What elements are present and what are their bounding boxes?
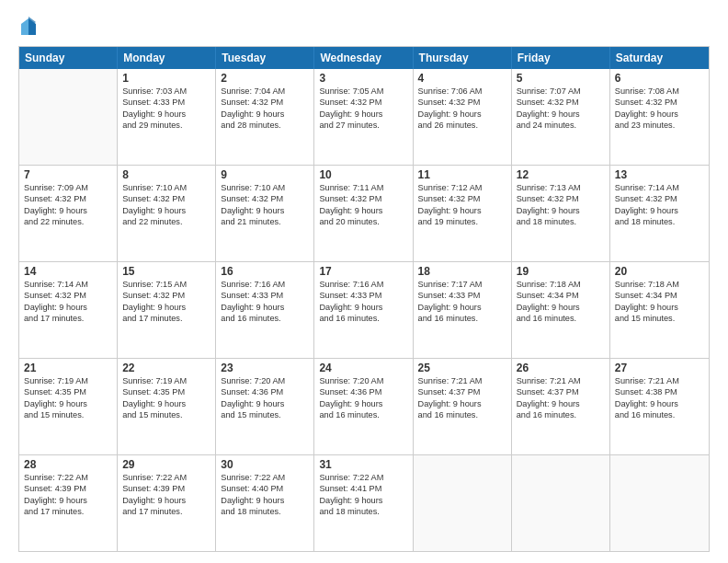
header-day-wednesday: Wednesday: [314, 47, 413, 69]
day-number: 23: [221, 362, 309, 374]
calendar-cell: 25Sunrise: 7:21 AMSunset: 4:37 PMDayligh…: [414, 359, 512, 454]
cell-info-line: Sunset: 4:32 PM: [24, 193, 112, 204]
cell-info-line: Sunrise: 7:14 AM: [24, 279, 112, 290]
calendar-cell: 27Sunrise: 7:21 AMSunset: 4:38 PMDayligh…: [610, 359, 709, 454]
cell-info-line: and 18 minutes.: [221, 506, 309, 517]
cell-info-line: Sunrise: 7:22 AM: [319, 472, 407, 483]
cell-info-line: and 28 minutes.: [221, 120, 309, 131]
cell-info-line: and 16 minutes.: [221, 313, 309, 324]
calendar-cell: 21Sunrise: 7:19 AMSunset: 4:35 PMDayligh…: [19, 359, 118, 454]
header-day-thursday: Thursday: [414, 47, 512, 69]
cell-info-line: and 18 minutes.: [319, 506, 407, 517]
cell-info-line: Sunrise: 7:21 AM: [517, 375, 605, 386]
header-day-friday: Friday: [512, 47, 610, 69]
cell-info-line: Sunrise: 7:20 AM: [221, 375, 309, 386]
header-day-monday: Monday: [118, 47, 216, 69]
calendar-cell: [512, 455, 610, 551]
day-number: 11: [418, 168, 506, 181]
calendar-cell: 19Sunrise: 7:18 AMSunset: 4:34 PMDayligh…: [512, 262, 610, 358]
calendar-cell: [414, 455, 512, 551]
cell-info-line: Daylight: 9 hours: [319, 398, 407, 409]
cell-info-line: and 22 minutes.: [24, 216, 112, 227]
calendar-cell: 1Sunrise: 7:03 AMSunset: 4:33 PMDaylight…: [118, 69, 216, 165]
calendar-cell: 16Sunrise: 7:16 AMSunset: 4:33 PMDayligh…: [216, 262, 314, 358]
cell-info-line: Sunset: 4:32 PM: [221, 193, 309, 204]
cell-info-line: Sunrise: 7:21 AM: [615, 375, 704, 386]
cell-info-line: Daylight: 9 hours: [418, 302, 506, 313]
header-day-sunday: Sunday: [19, 47, 118, 69]
cell-info-line: Sunrise: 7:08 AM: [615, 86, 704, 97]
calendar-cell: 20Sunrise: 7:18 AMSunset: 4:34 PMDayligh…: [610, 262, 709, 358]
cell-info-line: Sunset: 4:37 PM: [418, 386, 506, 397]
calendar-cell: [610, 455, 709, 551]
calendar-header: SundayMondayTuesdayWednesdayThursdayFrid…: [19, 47, 709, 69]
header-day-tuesday: Tuesday: [216, 47, 314, 69]
calendar-cell: 17Sunrise: 7:16 AMSunset: 4:33 PMDayligh…: [314, 262, 413, 358]
calendar-cell: 3Sunrise: 7:05 AMSunset: 4:32 PMDaylight…: [314, 69, 413, 165]
day-number: 27: [615, 362, 704, 374]
calendar-body: 1Sunrise: 7:03 AMSunset: 4:33 PMDaylight…: [19, 69, 709, 551]
cell-info-line: Sunset: 4:34 PM: [615, 290, 704, 301]
calendar-cell: 13Sunrise: 7:14 AMSunset: 4:32 PMDayligh…: [610, 166, 709, 261]
cell-info-line: and 17 minutes.: [122, 506, 210, 517]
day-number: 5: [517, 72, 605, 85]
day-number: 24: [319, 362, 407, 374]
cell-info-line: and 16 minutes.: [418, 313, 506, 324]
cell-info-line: and 16 minutes.: [517, 409, 605, 420]
cell-info-line: and 16 minutes.: [615, 409, 704, 420]
day-number: 16: [221, 265, 309, 278]
cell-info-line: Sunset: 4:33 PM: [319, 290, 407, 301]
cell-info-line: Sunset: 4:32 PM: [122, 193, 210, 204]
cell-info-line: Daylight: 9 hours: [615, 205, 704, 216]
cell-info-line: Sunrise: 7:20 AM: [319, 375, 407, 386]
cell-info-line: Daylight: 9 hours: [24, 398, 112, 409]
calendar-cell: 23Sunrise: 7:20 AMSunset: 4:36 PMDayligh…: [216, 359, 314, 454]
cell-info-line: Sunset: 4:41 PM: [319, 483, 407, 494]
cell-info-line: and 22 minutes.: [122, 216, 210, 227]
day-number: 29: [122, 458, 210, 471]
cell-info-line: Daylight: 9 hours: [319, 302, 407, 313]
cell-info-line: Daylight: 9 hours: [24, 205, 112, 216]
calendar-cell: 9Sunrise: 7:10 AMSunset: 4:32 PMDaylight…: [216, 166, 314, 261]
cell-info-line: Sunrise: 7:03 AM: [122, 86, 210, 97]
cell-info-line: and 27 minutes.: [319, 120, 407, 131]
header: [18, 17, 710, 37]
day-number: 15: [122, 265, 210, 278]
header-day-saturday: Saturday: [610, 47, 709, 69]
cell-info-line: Daylight: 9 hours: [418, 109, 506, 120]
cell-info-line: Sunset: 4:33 PM: [122, 97, 210, 108]
calendar-row-4: 28Sunrise: 7:22 AMSunset: 4:39 PMDayligh…: [19, 454, 709, 551]
cell-info-line: Daylight: 9 hours: [221, 398, 309, 409]
day-number: 3: [319, 72, 407, 85]
day-number: 4: [418, 72, 506, 85]
calendar-cell: 22Sunrise: 7:19 AMSunset: 4:35 PMDayligh…: [118, 359, 216, 454]
cell-info-line: Daylight: 9 hours: [418, 398, 506, 409]
day-number: 13: [615, 168, 704, 181]
cell-info-line: Daylight: 9 hours: [517, 302, 605, 313]
day-number: 8: [122, 168, 210, 181]
cell-info-line: Sunset: 4:32 PM: [615, 97, 704, 108]
cell-info-line: and 15 minutes.: [221, 409, 309, 420]
cell-info-line: Sunset: 4:37 PM: [517, 386, 605, 397]
cell-info-line: Sunset: 4:32 PM: [319, 193, 407, 204]
cell-info-line: Sunrise: 7:16 AM: [319, 279, 407, 290]
cell-info-line: Sunrise: 7:19 AM: [122, 375, 210, 386]
calendar-cell: 8Sunrise: 7:10 AMSunset: 4:32 PMDaylight…: [118, 166, 216, 261]
cell-info-line: and 16 minutes.: [517, 313, 605, 324]
day-number: 7: [24, 168, 112, 181]
cell-info-line: Daylight: 9 hours: [122, 302, 210, 313]
day-number: 18: [418, 265, 506, 278]
calendar-cell: 30Sunrise: 7:22 AMSunset: 4:40 PMDayligh…: [216, 455, 314, 551]
cell-info-line: Sunrise: 7:15 AM: [122, 279, 210, 290]
cell-info-line: and 15 minutes.: [122, 409, 210, 420]
cell-info-line: Daylight: 9 hours: [221, 495, 309, 506]
cell-info-line: Daylight: 9 hours: [319, 109, 407, 120]
calendar-cell: 31Sunrise: 7:22 AMSunset: 4:41 PMDayligh…: [314, 455, 413, 551]
cell-info-line: Sunrise: 7:07 AM: [517, 86, 605, 97]
cell-info-line: Sunset: 4:39 PM: [24, 483, 112, 494]
cell-info-line: Sunset: 4:33 PM: [418, 290, 506, 301]
cell-info-line: Sunset: 4:36 PM: [319, 386, 407, 397]
cell-info-line: Sunrise: 7:14 AM: [615, 182, 704, 193]
day-number: 21: [24, 362, 112, 374]
cell-info-line: and 17 minutes.: [122, 313, 210, 324]
